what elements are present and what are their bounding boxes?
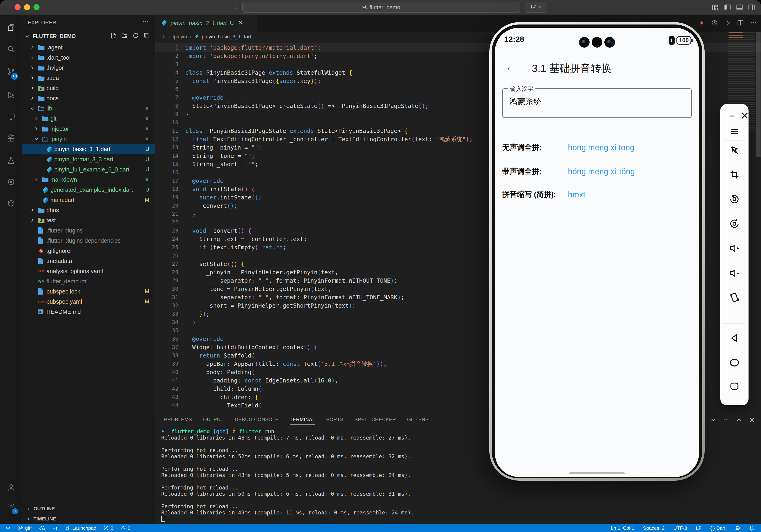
- status-item-copilot[interactable]: [734, 525, 740, 531]
- tree-item-.idea[interactable]: .idea: [22, 73, 155, 83]
- run-icon[interactable]: [724, 20, 731, 27]
- zoom-window-button[interactable]: [33, 4, 39, 10]
- tree-item-git[interactable]: git: [22, 113, 155, 124]
- extensions-icon[interactable]: [7, 134, 15, 144]
- status-item-sync-changes[interactable]: [52, 525, 58, 531]
- tree-item-ohos[interactable]: ohos: [22, 205, 155, 215]
- rotate-device-icon[interactable]: [729, 292, 740, 303]
- more-actions-icon[interactable]: [724, 417, 729, 424]
- tree-item-.flutter-plugins[interactable]: .flutter-plugins: [22, 225, 155, 235]
- status-item-remote-indicator[interactable]: ><: [5, 525, 11, 531]
- tab-pinyin-basic[interactable]: pinyin_basic_3_1.dart U: [155, 15, 257, 32]
- tree-item-generated_examples_index.dart[interactable]: generated_examples_index.dartU: [22, 185, 155, 195]
- nav-home-icon[interactable]: [729, 357, 740, 368]
- chevron-right-icon[interactable]: [30, 55, 38, 60]
- toggle-panel-icon[interactable]: [736, 4, 743, 12]
- close-icon[interactable]: [740, 111, 749, 120]
- command-center-search[interactable]: flutter_demo: [242, 2, 520, 13]
- nav-back-icon[interactable]: [729, 333, 740, 343]
- more-actions-icon[interactable]: [750, 20, 757, 27]
- tree-item-main.dart[interactable]: main.dartM: [22, 195, 155, 205]
- back-arrow-button[interactable]: ←: [217, 3, 224, 11]
- toggle-primary-sidebar-icon[interactable]: [724, 4, 731, 12]
- tree-item-pubspec.lock[interactable]: pubspec.lockM: [22, 286, 155, 297]
- tree-item-markdown[interactable]: markdown: [22, 174, 155, 185]
- chevron-right-icon[interactable]: [30, 218, 38, 222]
- tree-item-pubspec.yaml[interactable]: YAMLpubspec.yamlM: [22, 297, 155, 307]
- customize-layout-icon[interactable]: [712, 4, 719, 12]
- volume-down-icon[interactable]: [729, 267, 740, 279]
- panel-tab-problems[interactable]: PROBLEMS: [164, 417, 192, 425]
- tree-item-docs[interactable]: docs: [22, 93, 155, 103]
- maximize-panel-icon[interactable]: [736, 417, 742, 424]
- status-item-errors[interactable]: 0: [103, 525, 113, 531]
- close-tab-icon[interactable]: [238, 20, 243, 26]
- crop-icon[interactable]: [729, 169, 740, 180]
- status-item-encoding[interactable]: UTF-8: [673, 525, 687, 531]
- references-icon[interactable]: [7, 178, 15, 187]
- run-debug-icon[interactable]: [7, 91, 15, 100]
- tree-item-lpinyin[interactable]: lpinyin: [22, 134, 155, 144]
- panel-tab-gitlens[interactable]: GITLENS: [407, 417, 429, 425]
- home-indicator[interactable]: [569, 472, 625, 474]
- status-item-cursor-position[interactable]: Ln 1, Col 1: [611, 525, 634, 531]
- tree-item-.dart_tool[interactable]: .dart_tool: [22, 52, 155, 63]
- rotate-ccw-icon[interactable]: [729, 194, 740, 205]
- copilot-chat-button[interactable]: [525, 2, 547, 13]
- menu-icon[interactable]: [729, 126, 740, 137]
- tree-item-injector[interactable]: injector: [22, 124, 155, 134]
- status-item-warnings[interactable]: 0: [120, 525, 131, 531]
- tree-item-.flutter-plugins-dependencies[interactable]: .flutter-plugins-dependencies: [22, 235, 155, 246]
- collapse-all-icon[interactable]: [144, 32, 150, 40]
- tree-item-test[interactable]: test: [22, 215, 155, 225]
- close-panel-icon[interactable]: [749, 417, 755, 424]
- chevron-right-icon[interactable]: [30, 66, 38, 70]
- split-editor-icon[interactable]: [737, 20, 744, 27]
- tree-item-README.md[interactable]: M↓README.md: [22, 307, 155, 317]
- chevron-right-icon[interactable]: [34, 116, 41, 121]
- status-item-language-mode[interactable]: { } Dart: [710, 525, 726, 531]
- chevron-right-icon[interactable]: [30, 45, 38, 49]
- tree-item-.hvigor[interactable]: .hvigor: [22, 63, 155, 73]
- chevron-right-icon[interactable]: [30, 96, 38, 100]
- chevron-down-icon[interactable]: [34, 137, 41, 141]
- new-folder-icon[interactable]: [122, 32, 128, 40]
- status-item-launchpad[interactable]: Launchpad: [65, 525, 96, 531]
- chevron-right-icon[interactable]: [30, 208, 38, 212]
- status-item-indentation[interactable]: Spaces: 2: [643, 525, 665, 531]
- panel-tab-spell-checker[interactable]: SPELL CHECKER: [354, 417, 396, 425]
- close-window-button[interactable]: [15, 4, 21, 10]
- tree-item-.metadata[interactable]: .metadata: [22, 256, 155, 266]
- status-item-git-branch[interactable]: git*: [18, 525, 32, 531]
- tree-item-lib[interactable]: lib: [22, 103, 155, 113]
- status-item-notifications[interactable]: [749, 525, 754, 531]
- app-back-arrow[interactable]: ←: [505, 61, 517, 73]
- panel-tab-terminal[interactable]: TERMINAL: [290, 417, 315, 425]
- search-icon[interactable]: [7, 45, 15, 54]
- testing-icon[interactable]: [7, 156, 15, 165]
- nav-recents-icon[interactable]: [729, 381, 740, 391]
- editor-scrollbar[interactable]: [756, 32, 761, 157]
- forward-arrow-button[interactable]: →: [231, 3, 238, 11]
- project-root-row[interactable]: FLUTTER_DEMO: [22, 31, 155, 41]
- breadcrumb-lib[interactable]: lib: [160, 34, 165, 40]
- new-file-icon[interactable]: [110, 32, 116, 40]
- tree-item-.agent[interactable]: .agent: [22, 42, 155, 52]
- breadcrumb-lpinyin[interactable]: lpinyin: [173, 34, 187, 40]
- rotate-cw-icon[interactable]: [729, 218, 740, 229]
- outline-section[interactable]: OUTLINE: [22, 503, 155, 513]
- tree-item-.gitignore[interactable]: .gitignore: [22, 246, 155, 256]
- history-icon[interactable]: [711, 20, 718, 27]
- sidebar-more-actions[interactable]: ⋯: [142, 18, 148, 25]
- remote-explorer-icon[interactable]: [7, 113, 15, 122]
- hanzi-input-field[interactable]: 输入汉字 鸿蒙系统: [502, 88, 692, 118]
- touch-off-icon[interactable]: [729, 145, 740, 156]
- chevron-right-icon[interactable]: [34, 177, 41, 182]
- tree-item-pinyin_full_example_6_0.dart[interactable]: pinyin_full_example_6_0.dartU: [22, 164, 155, 174]
- terminal-output[interactable]: flutter_demo [git] flutter runReloaded 0…: [161, 428, 414, 522]
- tree-item-pinyin_basic_3_1.dart[interactable]: pinyin_basic_3_1.dartU: [22, 144, 155, 154]
- panel-tab-output[interactable]: OUTPUT: [203, 417, 224, 425]
- timeline-section[interactable]: TIMELINE: [22, 514, 155, 523]
- docker-icon[interactable]: [7, 200, 15, 209]
- panel-tab-debug-console[interactable]: DEBUG CONSOLE: [235, 417, 279, 425]
